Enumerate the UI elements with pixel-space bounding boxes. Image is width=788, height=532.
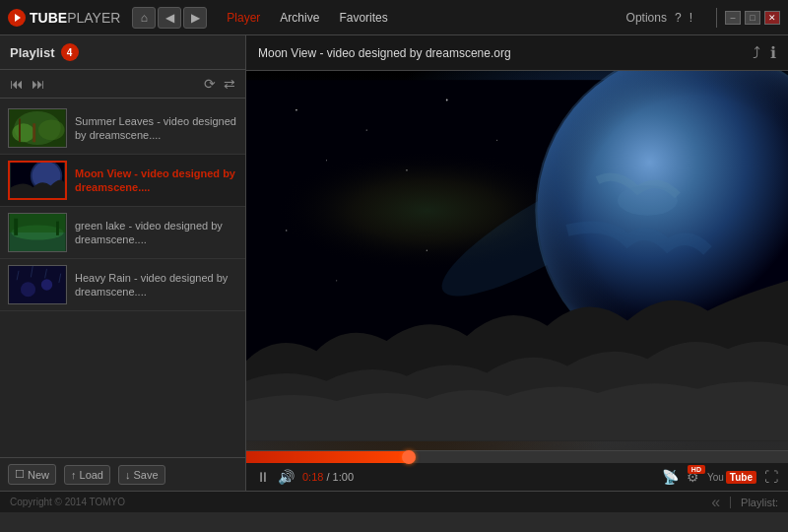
- video-area: [246, 71, 788, 450]
- playlist-title: Playlist: [10, 45, 55, 60]
- controls-row: ⏸ 🔊 0:18 / 1:00 📡 ⚙ HD You Tube ⛶: [246, 463, 788, 491]
- svg-rect-16: [10, 266, 66, 303]
- shuffle-button[interactable]: ⇄: [224, 76, 235, 92]
- menu-favorites[interactable]: Favorites: [331, 7, 395, 29]
- main-layout: Playlist 4 ⏮ ⏭ ⟳ ⇄: [0, 35, 788, 491]
- playlist-label: Playlist:: [730, 497, 778, 508]
- options-label[interactable]: Options: [626, 11, 667, 25]
- list-item[interactable]: Summer Leaves - video designed by dreams…: [0, 102, 245, 155]
- menu-player[interactable]: Player: [219, 7, 268, 29]
- svg-point-24: [296, 109, 297, 111]
- new-icon: ☐: [15, 468, 25, 481]
- thumbnail-rain: [8, 265, 67, 304]
- svg-point-28: [326, 160, 327, 161]
- playlist-header: Playlist 4: [0, 35, 245, 70]
- nav-buttons: ⌂ ◀ ▶: [132, 7, 207, 29]
- svg-rect-13: [14, 219, 18, 235]
- load-label: Load: [80, 469, 103, 481]
- play-pause-button[interactable]: ⏸: [256, 469, 270, 485]
- statusbar: Copyright © 2014 TOMYO « Playlist:: [0, 491, 788, 512]
- copyright-text: Copyright © 2014 TOMYO: [10, 497, 125, 507]
- playlist-count-badge: 4: [61, 43, 79, 61]
- main-menu: Player Archive Favorites: [219, 7, 625, 29]
- player-controls: ⏸ 🔊 0:18 / 1:00 📡 ⚙ HD You Tube ⛶: [246, 450, 788, 491]
- thumbnail-moon: [8, 161, 67, 200]
- sidebar: Playlist 4 ⏮ ⏭ ⟳ ⇄: [0, 35, 246, 491]
- item-title: Heavy Rain - video designed by dreamscen…: [75, 271, 237, 299]
- prev-track-button[interactable]: ⏮: [10, 76, 24, 92]
- list-item[interactable]: Heavy Rain - video designed by dreamscen…: [0, 259, 245, 311]
- collapse-icon[interactable]: «: [711, 494, 720, 511]
- time-total: 1:00: [333, 471, 354, 483]
- volume-button[interactable]: 🔊: [278, 469, 295, 485]
- info-button[interactable]: !: [690, 11, 692, 25]
- svg-point-42: [618, 185, 678, 216]
- item-info: green lake - video designed by dreamscen…: [75, 219, 237, 247]
- youtube-badge[interactable]: You Tube: [707, 471, 756, 484]
- options-area: Options ? !: [626, 11, 692, 25]
- save-button[interactable]: ↓ Save: [118, 465, 165, 485]
- help-button[interactable]: ?: [675, 11, 682, 25]
- thumbnail-greenlake: [8, 213, 67, 252]
- svg-rect-4: [33, 123, 35, 142]
- home-button[interactable]: ⌂: [132, 7, 156, 29]
- info-icon[interactable]: ℹ: [770, 43, 776, 62]
- new-label: New: [28, 469, 49, 481]
- progress-bar[interactable]: [246, 451, 788, 463]
- svg-point-25: [366, 129, 367, 130]
- back-button[interactable]: ◀: [158, 7, 181, 29]
- content-area: Moon View - video designed by dreamscene…: [246, 35, 788, 491]
- logo-tube: TUBE: [30, 10, 67, 26]
- minimize-button[interactable]: –: [725, 11, 741, 25]
- logo-icon: [8, 9, 26, 27]
- item-title: green lake - video designed by dreamscen…: [75, 219, 237, 247]
- menu-archive[interactable]: Archive: [272, 7, 327, 29]
- save-label: Save: [134, 469, 159, 481]
- app-logo: TUBE PLAYER: [8, 9, 120, 27]
- sidebar-footer: ☐ New ↑ Load ↓ Save: [0, 457, 245, 491]
- list-item[interactable]: green lake - video designed by dreamscen…: [0, 207, 245, 259]
- logo-player: PLAYER: [67, 10, 120, 26]
- thumbnail-summer: [8, 108, 67, 148]
- item-info: Heavy Rain - video designed by dreamscen…: [75, 271, 237, 299]
- fullscreen-button[interactable]: ⛶: [764, 469, 778, 485]
- time-current: 0:18: [302, 471, 323, 483]
- repeat-button[interactable]: ⟳: [204, 76, 216, 92]
- settings-button[interactable]: ⚙ HD: [687, 469, 699, 485]
- window-controls: – □ ✕: [725, 11, 780, 25]
- item-title-active: Moon View - video designed by dreamscene…: [75, 166, 237, 195]
- item-info: Summer Leaves - video designed by dreams…: [75, 114, 237, 143]
- svg-point-18: [41, 279, 52, 290]
- forward-button[interactable]: ▶: [183, 7, 207, 29]
- svg-point-31: [496, 140, 497, 141]
- yt-you-text: You: [707, 472, 724, 483]
- progress-thumb[interactable]: [402, 450, 416, 464]
- video-background: [246, 71, 788, 450]
- save-icon: ↓: [125, 469, 131, 481]
- load-button[interactable]: ↑ Load: [64, 465, 110, 485]
- video-title: Moon View - video designed by dreamscene…: [258, 46, 743, 60]
- close-button[interactable]: ✕: [764, 11, 780, 25]
- playlist-items: Summer Leaves - video designed by dreams…: [0, 99, 245, 457]
- new-button[interactable]: ☐ New: [8, 464, 56, 485]
- upload-icon: ↑: [71, 469, 77, 481]
- list-item[interactable]: Moon View - video designed by dreamscene…: [0, 155, 245, 207]
- svg-point-3: [38, 119, 65, 140]
- svg-rect-14: [56, 222, 59, 235]
- time-display: 0:18 / 1:00: [302, 471, 354, 483]
- share-icon[interactable]: ⤴: [753, 44, 760, 62]
- titlebar: TUBE PLAYER ⌂ ◀ ▶ Player Archive Favorit…: [0, 0, 788, 35]
- svg-point-17: [21, 282, 35, 297]
- svg-point-26: [446, 100, 448, 101]
- hd-badge: HD: [688, 465, 705, 474]
- item-info: Moon View - video designed by dreamscene…: [75, 166, 237, 195]
- yt-tube-text: Tube: [726, 471, 756, 484]
- playlist-controls: ⏮ ⏭ ⟳ ⇄: [0, 70, 245, 99]
- svg-rect-5: [19, 119, 21, 143]
- svg-point-2: [12, 123, 34, 142]
- next-track-button[interactable]: ⏭: [32, 76, 45, 92]
- titlebar-divider: [716, 8, 717, 28]
- maximize-button[interactable]: □: [745, 11, 760, 25]
- cast-icon[interactable]: 📡: [662, 469, 679, 485]
- item-title: Summer Leaves - video designed by dreams…: [75, 114, 237, 143]
